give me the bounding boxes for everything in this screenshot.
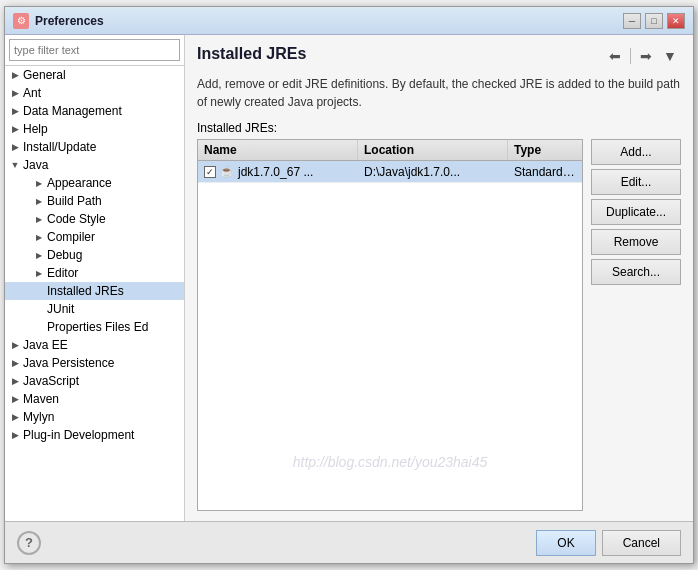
sidebar-item-debug[interactable]: ▶Debug [5,246,184,264]
main-header: Installed JREs ⬅ ➡ ▼ [197,45,681,67]
sidebar-item-maven[interactable]: ▶Maven [5,390,184,408]
sidebar-item-code-style[interactable]: ▶Code Style [5,210,184,228]
close-button[interactable]: ✕ [667,13,685,29]
sidebar-label-maven: Maven [23,392,59,406]
side-buttons: Add... Edit... Duplicate... Remove Searc… [591,139,681,511]
th-location[interactable]: Location [358,140,508,160]
td-name: ☕jdk1.7.0_67 ... [198,163,358,181]
maximize-button[interactable]: □ [645,13,663,29]
tree-arrow-java-persistence: ▶ [9,357,21,369]
tree-arrow-java: ▼ [9,159,21,171]
toolbar-separator [630,48,631,64]
sidebar-item-build-path[interactable]: ▶Build Path [5,192,184,210]
content-area: ▶General▶Ant▶Data Management▶Help▶Instal… [5,35,693,521]
tree-arrow-plugin-dev: ▶ [9,429,21,441]
sidebar-item-mylyn[interactable]: ▶Mylyn [5,408,184,426]
th-type[interactable]: Type [508,140,582,160]
sidebar-item-installed-jres[interactable]: Installed JREs [5,282,184,300]
search-button[interactable]: Search... [591,259,681,285]
sidebar-item-data-management[interactable]: ▶Data Management [5,102,184,120]
help-button[interactable]: ? [17,531,41,555]
tree-arrow-junit [33,303,45,315]
table-row[interactable]: ☕jdk1.7.0_67 ...D:\Java\jdk1.7.0...Stand… [198,161,582,183]
tree-arrow-data-management: ▶ [9,105,21,117]
tree-arrow-mylyn: ▶ [9,411,21,423]
titlebar-buttons: ─ □ ✕ [623,13,685,29]
add-button[interactable]: Add... [591,139,681,165]
filter-input[interactable] [9,39,180,61]
ok-button[interactable]: OK [536,530,595,556]
sidebar-label-properties-files: Properties Files Ed [47,320,148,334]
row-checkbox[interactable] [204,166,216,178]
sidebar: ▶General▶Ant▶Data Management▶Help▶Instal… [5,35,185,521]
toolbar-icons: ⬅ ➡ ▼ [604,45,681,67]
main-panel: Installed JREs ⬅ ➡ ▼ Add, remove or edit… [185,35,693,521]
tree-arrow-ant: ▶ [9,87,21,99]
tree-arrow-java-ee: ▶ [9,339,21,351]
table-header: Name Location Type [198,140,582,161]
sidebar-item-java[interactable]: ▼Java [5,156,184,174]
sidebar-label-install-update: Install/Update [23,140,96,154]
dropdown-button[interactable]: ▼ [659,45,681,67]
description-text: Add, remove or edit JRE definitions. By … [197,75,681,111]
edit-button[interactable]: Edit... [591,169,681,195]
sidebar-item-general[interactable]: ▶General [5,66,184,84]
jre-icon: ☕ [220,165,234,178]
sidebar-label-compiler: Compiler [47,230,95,244]
sidebar-label-appearance: Appearance [47,176,112,190]
sidebar-item-javascript[interactable]: ▶JavaScript [5,372,184,390]
tree-arrow-help: ▶ [9,123,21,135]
tree-arrow-properties-files [33,321,45,333]
cancel-button[interactable]: Cancel [602,530,681,556]
table-body: ☕jdk1.7.0_67 ...D:\Java\jdk1.7.0...Stand… [198,161,582,183]
sidebar-label-help: Help [23,122,48,136]
tree-area: ▶General▶Ant▶Data Management▶Help▶Instal… [5,66,184,521]
watermark: http://blog.csdn.net/you23hai45 [293,454,488,470]
sidebar-label-code-style: Code Style [47,212,106,226]
td-location: D:\Java\jdk1.7.0... [358,163,508,181]
row-name: jdk1.7.0_67 ... [238,165,313,179]
tree-arrow-build-path: ▶ [33,195,45,207]
titlebar: ⚙ Preferences ─ □ ✕ [5,7,693,35]
sidebar-label-javascript: JavaScript [23,374,79,388]
sidebar-item-ant[interactable]: ▶Ant [5,84,184,102]
sidebar-item-editor[interactable]: ▶Editor [5,264,184,282]
sidebar-item-java-persistence[interactable]: ▶Java Persistence [5,354,184,372]
tree-arrow-general: ▶ [9,69,21,81]
sidebar-item-java-ee[interactable]: ▶Java EE [5,336,184,354]
td-type: Standard V... [508,163,582,181]
sidebar-label-java-ee: Java EE [23,338,68,352]
sidebar-label-editor: Editor [47,266,78,280]
tree-arrow-maven: ▶ [9,393,21,405]
duplicate-button[interactable]: Duplicate... [591,199,681,225]
back-button[interactable]: ⬅ [604,45,626,67]
sidebar-item-help[interactable]: ▶Help [5,120,184,138]
sidebar-label-mylyn: Mylyn [23,410,54,424]
tree-arrow-installed-jres [33,285,45,297]
th-name[interactable]: Name [198,140,358,160]
sidebar-item-install-update[interactable]: ▶Install/Update [5,138,184,156]
sidebar-label-debug: Debug [47,248,82,262]
table-body-wrap: ☕jdk1.7.0_67 ...D:\Java\jdk1.7.0...Stand… [198,161,582,510]
sidebar-item-compiler[interactable]: ▶Compiler [5,228,184,246]
filter-box [5,35,184,66]
sidebar-label-build-path: Build Path [47,194,102,208]
tree-arrow-editor: ▶ [33,267,45,279]
footer: ? OK Cancel [5,521,693,563]
installed-jres-label: Installed JREs: [197,121,681,135]
sidebar-item-junit[interactable]: JUnit [5,300,184,318]
sidebar-item-plugin-dev[interactable]: ▶Plug-in Development [5,426,184,444]
jre-table: Name Location Type ☕jdk1.7.0_67 ...D:\Ja… [197,139,583,511]
preferences-window: ⚙ Preferences ─ □ ✕ ▶General▶Ant▶Data Ma… [4,6,694,564]
sidebar-label-java-persistence: Java Persistence [23,356,114,370]
sidebar-item-appearance[interactable]: ▶Appearance [5,174,184,192]
sidebar-label-installed-jres: Installed JREs [47,284,124,298]
tree-arrow-appearance: ▶ [33,177,45,189]
window-icon: ⚙ [13,13,29,29]
forward-button[interactable]: ➡ [635,45,657,67]
sidebar-item-properties-files[interactable]: Properties Files Ed [5,318,184,336]
remove-button[interactable]: Remove [591,229,681,255]
tree-arrow-compiler: ▶ [33,231,45,243]
table-container: Name Location Type ☕jdk1.7.0_67 ...D:\Ja… [197,139,681,511]
minimize-button[interactable]: ─ [623,13,641,29]
